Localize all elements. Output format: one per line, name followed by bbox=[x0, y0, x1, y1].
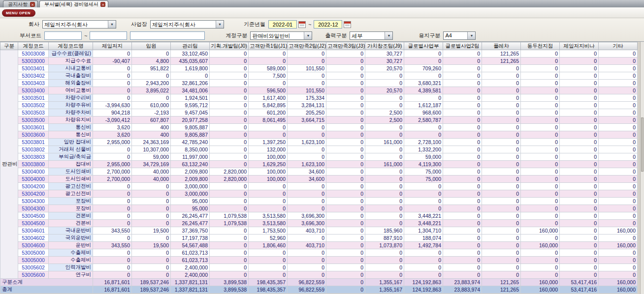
table-row[interactable]: 53003803부의금/축의금059,00011,997,0000100,000… bbox=[0, 153, 638, 161]
column-header[interactable]: 제일저지 bbox=[93, 42, 132, 50]
table-row[interactable]: 53003502차량주유비-3,994,630610,0009,595,7120… bbox=[0, 102, 638, 109]
table-row[interactable]: 53004600운반비343,55019,50054,567,48801,806… bbox=[0, 242, 638, 249]
cell-amount: 0 bbox=[560, 235, 599, 242]
cell-amount: 1,337,821,131 bbox=[171, 286, 210, 294]
table-row[interactable]: 53004602국외운반비0017,197,738052,96000887,91… bbox=[0, 235, 638, 242]
table-row[interactable]: 53003400여비교통비03,895,02234,481,0060596,50… bbox=[0, 87, 638, 94]
table-row[interactable]: 53003600통신비3,6204009,805,88700000000000 bbox=[0, 131, 638, 139]
table-row[interactable]: 53004300포장비0095,00000000000000 bbox=[0, 198, 638, 205]
table-row[interactable]: 53003402국내출장비00007,500000000000 bbox=[0, 72, 638, 80]
column-header[interactable]: 계정코드 bbox=[18, 42, 49, 50]
cell-amount: 3,664,715 bbox=[288, 117, 326, 124]
table-row[interactable]: 53005602인력개발비002,400,00000000000000 bbox=[0, 264, 638, 271]
cell-amount: 0 bbox=[365, 271, 404, 279]
section-total-row[interactable]: 구분소계16,871,601189,537,2461,337,821,1313,… bbox=[0, 279, 638, 286]
cell-amount: 0 bbox=[443, 109, 482, 117]
table-row[interactable]: 53005600연구비002,400,00000000000000 bbox=[0, 271, 638, 279]
cell-amount: 0 bbox=[482, 249, 521, 257]
cell-amount: 0 bbox=[521, 176, 560, 183]
table-row[interactable]: 53003802거래처 선물비010,307,0008,350,0000132,… bbox=[0, 146, 638, 153]
table-row[interactable]: 53004601국내운반비343,55019,50037,369,75001,7… bbox=[0, 227, 638, 235]
table-row[interactable]: 판관비53003008급수수료(클레임)0033,102,450000030,7… bbox=[0, 50, 638, 58]
table-row[interactable]: 53003801일반 접대비2,955,00024,363,16942,785,… bbox=[0, 139, 638, 146]
table-row[interactable]: 53005000수출제비0061,023,71300000000000 bbox=[0, 257, 638, 264]
period-from-input[interactable] bbox=[268, 20, 297, 29]
table-row[interactable]: 53005000수출제비0061,023,71300000000000 bbox=[0, 249, 638, 257]
column-header[interactable]: 가치창조팀(J9) bbox=[365, 42, 404, 50]
cell-amount: 0 bbox=[443, 205, 482, 212]
table-row[interactable]: 53004500견본비0026,245,4771,079,5383,513,58… bbox=[0, 212, 638, 220]
column-header[interactable]: 제일저지비나 bbox=[560, 42, 599, 50]
table-row[interactable]: 53003500차량유지비-3,090,412607,80720,977,258… bbox=[0, 117, 638, 124]
cell-amount: 23,883,974 bbox=[443, 279, 482, 286]
cell-amount: 0 bbox=[521, 102, 560, 109]
column-header[interactable]: 기획.개발팀(J0) bbox=[210, 42, 249, 50]
company-select[interactable]: 제일저지주식회사 ▼ bbox=[42, 20, 116, 29]
menu-open-button[interactable]: MENU OPEN bbox=[2, 9, 35, 17]
cell-amount: 3,696,300 bbox=[288, 220, 326, 227]
column-header[interactable]: 구분 bbox=[0, 42, 18, 50]
calendar-icon[interactable] bbox=[298, 21, 306, 28]
cell-amount: 0 bbox=[443, 117, 482, 124]
table-row[interactable]: 53004200광고선전비003,000,00000000000000 bbox=[0, 190, 638, 198]
vertical-scrollbar[interactable] bbox=[640, 42, 644, 294]
period-to-input[interactable] bbox=[314, 20, 342, 29]
column-header[interactable]: 동두천지점 bbox=[521, 42, 560, 50]
cell-amount: 0 bbox=[482, 264, 521, 271]
cell-amount: 2,400,000 bbox=[171, 271, 210, 279]
cell-amount: 0 bbox=[93, 94, 132, 102]
dept-name-field[interactable] bbox=[130, 31, 205, 40]
dept-from-input[interactable] bbox=[44, 31, 82, 40]
column-header[interactable]: 계정코드명 bbox=[49, 42, 93, 50]
cell-amount: 0 bbox=[326, 168, 365, 176]
table-row[interactable]: 53003000지급수수료-90,4074,800435,035,6070000… bbox=[0, 58, 638, 65]
table-row[interactable]: 53003403해외출장비02,943,20032,861,206000003,… bbox=[0, 80, 638, 87]
table-row[interactable]: 53003401시내교통비0951,8221,619,8000589,00010… bbox=[0, 65, 638, 72]
column-header[interactable]: 고객만족2팀(J2) bbox=[288, 42, 326, 50]
column-header[interactable]: 기타 bbox=[599, 42, 638, 50]
calendar-icon[interactable] bbox=[344, 21, 351, 28]
table-row[interactable]: 53003503차량주차비904,218-2,1939,457,0450601,… bbox=[0, 109, 638, 117]
cell-amount: 4,119,300 bbox=[404, 161, 443, 168]
cell-amount: 0 bbox=[288, 183, 326, 190]
column-header[interactable]: 관리팀 bbox=[171, 42, 210, 50]
table-row[interactable]: 53003800접대비2,955,00034,729,16963,132,240… bbox=[0, 161, 638, 168]
cell-amount: 0 bbox=[365, 124, 404, 131]
cell-amount: 0 bbox=[288, 58, 326, 65]
site-select[interactable]: 제일저지주식회사 ▼ bbox=[150, 20, 224, 29]
cell-amount: 3,895,022 bbox=[132, 87, 171, 94]
cell-account-code: 53004500 bbox=[18, 212, 49, 220]
tab-expense-report[interactable]: 부서별(세목) 경비명세서 × bbox=[39, 0, 108, 7]
account-type-select[interactable]: 판매비와일반비 ▼ bbox=[250, 31, 312, 40]
cell-amount: 0 bbox=[326, 65, 365, 72]
cell-amount: 0 bbox=[249, 249, 288, 257]
table-row[interactable]: 53003601통신비3,6204009,805,88700000000000 bbox=[0, 124, 638, 131]
table-row[interactable]: 53003501차량수리비001,924,50101,617,400175,33… bbox=[0, 94, 638, 102]
close-icon[interactable]: × bbox=[100, 2, 105, 7]
cell-amount: 2,700,000 bbox=[93, 168, 132, 176]
cell-amount: 0 bbox=[93, 153, 132, 161]
dept-to-input[interactable] bbox=[90, 31, 127, 40]
column-header[interactable]: 플레차 bbox=[482, 42, 521, 50]
table-row[interactable]: 53004000도서인쇄비2,700,00040,0002,009,8002,8… bbox=[0, 176, 638, 183]
column-header[interactable]: 글로벌사업부 bbox=[404, 42, 443, 50]
column-header[interactable]: 고객만족1팀(J1) bbox=[249, 42, 288, 50]
close-icon[interactable]: × bbox=[30, 2, 35, 7]
column-header[interactable]: 임원 bbox=[132, 42, 171, 50]
column-header[interactable]: 고객만족3팀(J3) bbox=[326, 42, 365, 50]
table-row[interactable]: 53004000도서인쇄비2,700,00040,0002,009,8002,8… bbox=[0, 168, 638, 176]
scrollbar-thumb[interactable] bbox=[641, 118, 644, 172]
paper-type-select[interactable]: A4 ▼ bbox=[443, 31, 476, 40]
cell-amount: 0 bbox=[482, 146, 521, 153]
output-type-select[interactable]: 세부 ▼ bbox=[350, 31, 393, 40]
column-header[interactable]: 글로벌사업2팀 bbox=[443, 42, 482, 50]
tab-notice[interactable]: 공지사항 × bbox=[3, 0, 38, 7]
table-row[interactable]: 53004500견본비0026,245,4771,079,5383,513,58… bbox=[0, 220, 638, 227]
cell-amount: 1,612,187 bbox=[404, 102, 443, 109]
cell-account-code: 53003501 bbox=[18, 94, 49, 102]
cell-amount: 0 bbox=[132, 264, 171, 271]
grand-total-row[interactable]: 총계16,871,601189,537,2461,337,821,1313,89… bbox=[0, 286, 638, 294]
table-row[interactable]: 53004300포장비0095,00000000000000 bbox=[0, 205, 638, 212]
table-row[interactable]: 53004200광고선전비003,000,00000000000000 bbox=[0, 183, 638, 190]
cell-amount: 0 bbox=[404, 94, 443, 102]
